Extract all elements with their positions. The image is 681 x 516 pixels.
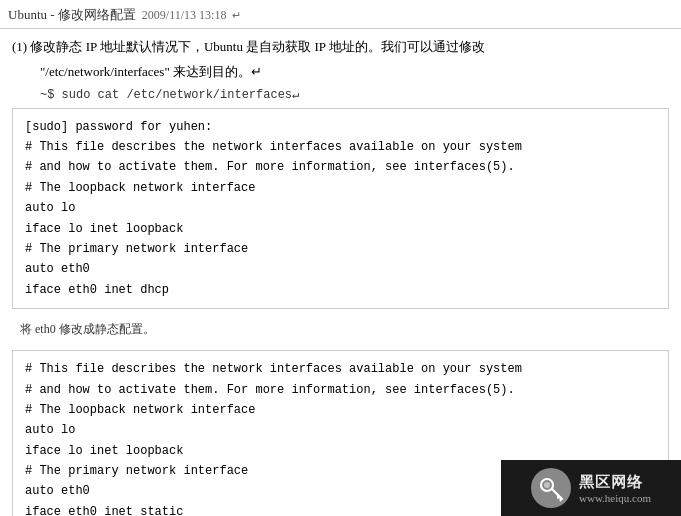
code-line-1-3: # The loopback network interface: [25, 178, 656, 198]
separator-text: 将 eth0 修改成静态配置。: [12, 317, 669, 344]
section-subheading: "/etc/network/interfaces" 来达到目的。↵: [12, 62, 669, 83]
code-line-1-7: auto eth0: [25, 259, 656, 279]
section-subheading-text: "/etc/network/interfaces" 来达到目的。↵: [40, 64, 262, 79]
page-wrapper: Ubuntu - 修改网络配置 2009/11/13 13:18 ↵ (1) 修…: [0, 0, 681, 516]
section-heading-text: (1) 修改静态 IP 地址默认情况下，Ubuntu 是自动获取 IP 地址的。…: [12, 39, 485, 54]
code-line-1-0: [sudo] password for yuhen:: [25, 117, 656, 137]
code-line-1-2: # and how to activate them. For more inf…: [25, 157, 656, 177]
code-line-2-0: # This file describes the network interf…: [25, 359, 656, 379]
page-title: Ubuntu - 修改网络配置: [8, 6, 136, 24]
key-icon: [537, 474, 565, 502]
code-line-2-2: # The loopback network interface: [25, 400, 656, 420]
code-line-1-5: iface lo inet loopback: [25, 219, 656, 239]
watermark-logo: [531, 468, 571, 508]
watermark-text-block: 黑区网络 www.heiqu.com: [579, 473, 651, 504]
section-heading: (1) 修改静态 IP 地址默认情况下，Ubuntu 是自动获取 IP 地址的。…: [12, 37, 669, 58]
title-arrow: ↵: [232, 9, 241, 22]
svg-point-1: [544, 482, 550, 488]
code-line-2-1: # and how to activate them. For more inf…: [25, 380, 656, 400]
watermark-name: 黑区网络: [579, 473, 651, 492]
watermark: 黑区网络 www.heiqu.com: [501, 460, 681, 516]
code-line-1-1: # This file describes the network interf…: [25, 137, 656, 157]
main-content: (1) 修改静态 IP 地址默认情况下，Ubuntu 是自动获取 IP 地址的。…: [0, 29, 681, 516]
code-block-1: [sudo] password for yuhen: # This file d…: [12, 108, 669, 310]
code-line-2-3: auto lo: [25, 420, 656, 440]
title-date: 2009/11/13 13:18: [142, 8, 227, 23]
title-bar: Ubuntu - 修改网络配置 2009/11/13 13:18 ↵: [0, 0, 681, 29]
code-line-1-8: iface eth0 inet dhcp: [25, 280, 656, 300]
watermark-url: www.heiqu.com: [579, 492, 651, 504]
code-line-1-6: # The primary network interface: [25, 239, 656, 259]
command-line: ~$ sudo cat /etc/network/interfaces↵: [12, 87, 669, 102]
code-line-1-4: auto lo: [25, 198, 656, 218]
code-line-2-4: iface lo inet loopback: [25, 441, 656, 461]
